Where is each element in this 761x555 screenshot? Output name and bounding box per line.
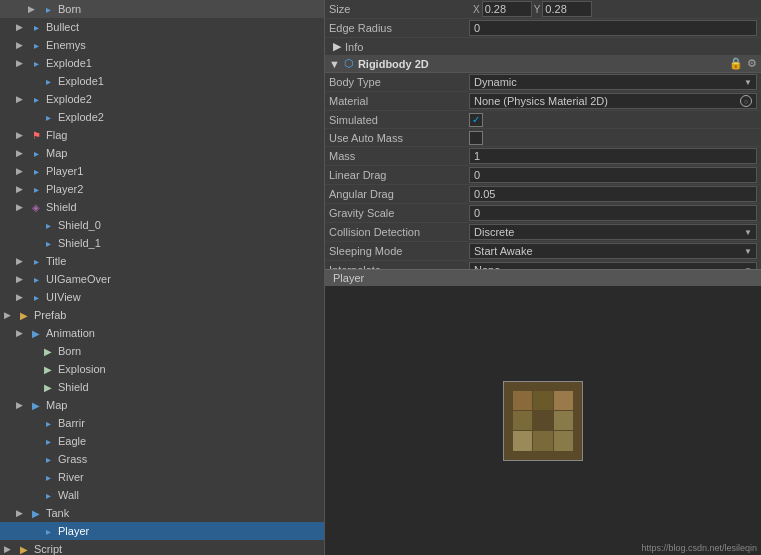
tree-icon-bullect: ▸ [28,19,44,35]
sleeping-mode-row: Sleeping Mode Start Awake ▼ [325,242,761,261]
interpolate-arrow: ▼ [744,266,752,270]
tree-item-eagle[interactable]: ▸Eagle [0,432,324,450]
tree-item-map[interactable]: ▶▸Map [0,144,324,162]
tree-icon-barrir: ▸ [40,415,56,431]
tree-item-born[interactable]: ▶▸Born [0,0,324,18]
mass-input[interactable] [469,148,757,164]
interpolate-dropdown[interactable]: None ▼ [469,262,757,269]
tree-label-grass: Grass [58,453,87,465]
tree-item-enemys[interactable]: ▶▸Enemys [0,36,324,54]
tree-label-explode2: Explode2 [46,93,92,105]
linear-drag-row: Linear Drag [325,166,761,185]
tree-item-uigameover[interactable]: ▶▸UIGameOver [0,270,324,288]
size-x-input[interactable] [482,1,532,17]
gravity-scale-input[interactable] [469,205,757,221]
tree-label-explosion: Explosion [58,363,106,375]
tree-arrow-map2: ▶ [16,400,28,410]
mass-value [469,148,757,164]
size-y-input[interactable] [542,1,592,17]
edge-radius-label: Edge Radius [329,22,469,34]
tree-item-player1[interactable]: ▶▸Player1 [0,162,324,180]
body-type-label: Body Type [329,76,469,88]
sleeping-mode-dropdown[interactable]: Start Awake ▼ [469,243,757,259]
tree-item-player2[interactable]: ▶▸Player2 [0,180,324,198]
tree-item-player[interactable]: ▸Player [0,522,324,540]
tree-item-explosion[interactable]: ▶Explosion [0,360,324,378]
material-dropdown[interactable]: None (Physics Material 2D) ○ [469,93,757,109]
tree-label-script: Script [34,543,62,555]
tree-icon-shield0: ▸ [40,217,56,233]
tree-label-map: Map [46,147,67,159]
tree-item-explode1-child[interactable]: ▸Explode1 [0,72,324,90]
tree-label-bullect: Bullect [46,21,79,33]
tree-item-shield1[interactable]: ▸Shield_1 [0,234,324,252]
tree-label-map2: Map [46,399,67,411]
tree-arrow-tank: ▶ [16,508,28,518]
lock-icon[interactable]: 🔒 [729,57,743,70]
tree-item-animation[interactable]: ▶▶Animation [0,324,324,342]
auto-mass-checkbox[interactable] [469,131,483,145]
edge-radius-input[interactable] [469,20,757,36]
tree-label-river: River [58,471,84,483]
tree-item-explode2-child[interactable]: ▸Explode2 [0,108,324,126]
linear-drag-input[interactable] [469,167,757,183]
tree-item-prefab[interactable]: ▶▶Prefab [0,306,324,324]
player-preview-image [503,381,583,461]
material-value: None (Physics Material 2D) ○ [469,93,757,109]
tree-label-shield2: Shield [58,381,89,393]
tree-icon-player1: ▸ [28,163,44,179]
angular-drag-input[interactable] [469,186,757,202]
collision-det-label: Collision Detection [329,226,469,238]
tree-item-born2[interactable]: ▶Born [0,342,324,360]
tree-item-uiview[interactable]: ▶▸UIView [0,288,324,306]
tree-item-river[interactable]: ▸River [0,468,324,486]
tree-item-explode2[interactable]: ▶▸Explode2 [0,90,324,108]
tree-item-flag[interactable]: ▶⚑Flag [0,126,324,144]
info-row-1: ▶ Info [325,38,761,55]
inspector-panel: Size X Y Edge Radius ▶ Info ▼ ⬡ Rigidbod… [325,0,761,555]
info-arrow: ▶ [333,40,341,53]
tree-arrow-born: ▶ [28,4,40,14]
tree-label-title: Title [46,255,66,267]
tree-item-grass[interactable]: ▸Grass [0,450,324,468]
interpolate-value: None ▼ [469,262,757,269]
body-type-row: Body Type Dynamic ▼ [325,73,761,92]
tree-icon-flag: ⚑ [28,127,44,143]
player-section-label: Player [325,269,761,286]
tree-item-bullect[interactable]: ▶▸Bullect [0,18,324,36]
tree-label-uigameover: UIGameOver [46,273,111,285]
simulated-checkbox[interactable] [469,113,483,127]
rigidbody-icons: 🔒 ⚙ [729,57,757,70]
gear-icon[interactable]: ⚙ [747,57,757,70]
auto-mass-value [469,131,757,145]
tree-arrow-script: ▶ [4,544,16,554]
tree-icon-shield: ◈ [28,199,44,215]
rigidbody-arrow: ▼ [329,58,340,70]
tree-item-script[interactable]: ▶▶Script [0,540,324,555]
x-label: X [473,4,480,15]
tree-item-explode1[interactable]: ▶▸Explode1 [0,54,324,72]
tree-item-map2[interactable]: ▶▶Map [0,396,324,414]
tree-icon-player: ▸ [40,523,56,539]
tree-item-title[interactable]: ▶▸Title [0,252,324,270]
sleeping-mode-label: Sleeping Mode [329,245,469,257]
body-type-dropdown[interactable]: Dynamic ▼ [469,74,757,90]
inspector-scroll[interactable]: Size X Y Edge Radius ▶ Info ▼ ⬡ Rigidbod… [325,0,761,269]
body-type-arrow: ▼ [744,78,752,87]
gravity-scale-value [469,205,757,221]
tree-item-barrir[interactable]: ▸Barrir [0,414,324,432]
tree-icon-born: ▸ [40,1,56,17]
tree-label-barrir: Barrir [58,417,85,429]
tree-item-shield[interactable]: ▶◈Shield [0,198,324,216]
tree-arrow-bullect: ▶ [16,22,28,32]
tree-item-shield0[interactable]: ▸Shield_0 [0,216,324,234]
collision-det-dropdown[interactable]: Discrete ▼ [469,224,757,240]
tree-item-shield2[interactable]: ▶Shield [0,378,324,396]
tree-icon-player2: ▸ [28,181,44,197]
linear-drag-label: Linear Drag [329,169,469,181]
tree-label-explode2-child: Explode2 [58,111,104,123]
edge-radius-row: Edge Radius [325,19,761,38]
tree-item-wall[interactable]: ▸Wall [0,486,324,504]
tree-arrow-uiview: ▶ [16,292,28,302]
tree-item-tank[interactable]: ▶▶Tank [0,504,324,522]
